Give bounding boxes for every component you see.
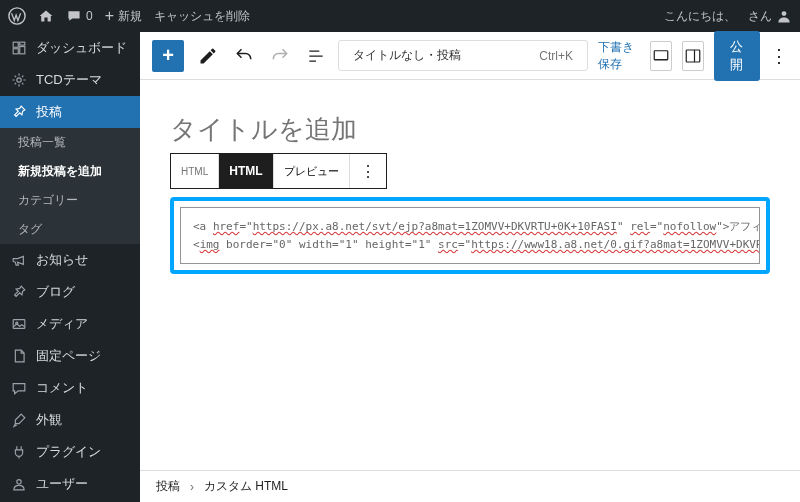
sidebar-item-9[interactable]: プラグイン (0, 436, 140, 468)
sidebar-item-label: メディア (36, 315, 88, 333)
home-icon[interactable] (38, 8, 54, 24)
breadcrumb-separator: › (190, 480, 194, 494)
toolbar-left-group: + (152, 40, 328, 72)
breadcrumb-current[interactable]: カスタム HTML (204, 478, 288, 495)
plug-icon (10, 443, 28, 461)
toolbar-right-group: 下書き保存 公開 ⋮ (598, 31, 788, 81)
sidebar-item-label: プラグイン (36, 443, 101, 461)
sidebar-item-1[interactable]: TCDテーマ (0, 64, 140, 96)
comment-icon (66, 8, 82, 24)
svg-rect-5 (13, 49, 18, 54)
comments-count[interactable]: 0 (66, 8, 93, 24)
wp-logo-icon[interactable] (8, 7, 26, 25)
editor-canvas: タイトルを追加 HTML HTML プレビュー ⋮ <a href="https… (140, 80, 800, 502)
sidebar-item-8[interactable]: 外観 (0, 404, 140, 436)
sidebar-item-4[interactable]: ブログ (0, 276, 140, 308)
comments-count-value: 0 (86, 9, 93, 23)
user-menu[interactable]: さん (748, 8, 792, 25)
sidebar-item-7[interactable]: コメント (0, 372, 140, 404)
media-icon (10, 315, 28, 333)
sidebar-item-3[interactable]: お知らせ (0, 244, 140, 276)
admin-bar: 0 + 新規 キャッシュを削除 こんにちは、 さん (0, 0, 800, 32)
submenu-item-2[interactable]: カテゴリー (0, 186, 140, 215)
svg-point-9 (17, 480, 21, 484)
svg-rect-2 (13, 42, 18, 47)
block-type-icon[interactable]: HTML (171, 154, 219, 188)
admin-sidebar: ダッシュボードTCDテーマ投稿投稿一覧新規投稿を追加カテゴリータグお知らせブログ… (0, 32, 140, 502)
page-icon (10, 347, 28, 365)
breadcrumb-root[interactable]: 投稿 (156, 478, 180, 495)
submenu-item-1[interactable]: 新規投稿を追加 (0, 157, 140, 186)
sidebar-item-2[interactable]: 投稿 (0, 96, 140, 128)
avatar-icon (776, 8, 792, 24)
sidebar-item-5[interactable]: メディア (0, 308, 140, 340)
sidebar-item-label: 投稿 (36, 103, 62, 121)
comment-icon (10, 379, 28, 397)
save-draft-link[interactable]: 下書き保存 (598, 39, 640, 73)
gear-icon (10, 71, 28, 89)
pin-icon (10, 283, 28, 301)
sidebar-item-label: コメント (36, 379, 88, 397)
admin-bar-left: 0 + 新規 キャッシュを削除 (8, 7, 250, 25)
sidebar-item-label: ブログ (36, 283, 75, 301)
svg-rect-14 (686, 50, 700, 62)
post-title-input[interactable]: タイトルを追加 (170, 112, 770, 147)
dashboard-icon (10, 39, 28, 57)
block-options-button[interactable]: ⋮ (350, 154, 386, 188)
block-toolbar: HTML HTML プレビュー ⋮ (170, 153, 387, 189)
document-title-pill[interactable]: タイトルなし・投稿 Ctrl+K (338, 40, 588, 71)
pin-icon (10, 103, 28, 121)
submenu-item-3[interactable]: タグ (0, 215, 140, 244)
svg-rect-4 (20, 47, 25, 54)
editor: + タイトルなし・投稿 Ctrl+K (140, 32, 800, 502)
undo-button[interactable] (232, 44, 256, 68)
settings-sidebar-button[interactable] (682, 41, 704, 71)
block-inserter-button[interactable]: + (152, 40, 184, 72)
editor-toolbar: + タイトルなし・投稿 Ctrl+K (140, 32, 800, 80)
sidebar-item-label: ユーザー (36, 475, 88, 493)
sidebar-item-label: ダッシュボード (36, 39, 127, 57)
svg-rect-3 (20, 42, 25, 45)
command-shortcut: Ctrl+K (539, 49, 573, 63)
clear-cache[interactable]: キャッシュを削除 (154, 8, 250, 25)
submenu-item-0[interactable]: 投稿一覧 (0, 128, 140, 157)
redo-button[interactable] (268, 44, 292, 68)
sidebar-item-label: お知らせ (36, 251, 88, 269)
svg-point-6 (17, 78, 21, 82)
sidebar-item-10[interactable]: ユーザー (0, 468, 140, 500)
block-breadcrumb: 投稿 › カスタム HTML (140, 470, 800, 502)
document-overview-button[interactable] (304, 44, 328, 68)
publish-button[interactable]: 公開 (714, 31, 760, 81)
sidebar-item-label: 外観 (36, 411, 62, 429)
more-options-button[interactable]: ⋮ (770, 45, 788, 67)
sidebar-item-6[interactable]: 固定ページ (0, 340, 140, 372)
svg-rect-13 (654, 50, 668, 59)
plus-icon: + (105, 7, 114, 25)
sidebar-item-label: TCDテーマ (36, 71, 102, 89)
admin-bar-right: こんにちは、 さん (664, 8, 792, 25)
custom-html-block: <a href="https://px.a8.net/svt/ejp?a8mat… (170, 197, 770, 274)
sidebar-item-0[interactable]: ダッシュボード (0, 32, 140, 64)
megaphone-icon (10, 251, 28, 269)
new-label: 新規 (118, 8, 142, 25)
svg-rect-7 (13, 320, 25, 329)
html-code-textarea[interactable]: <a href="https://px.a8.net/svt/ejp?a8mat… (180, 207, 760, 264)
user-icon (10, 475, 28, 493)
brush-icon (10, 411, 28, 429)
new-content[interactable]: + 新規 (105, 7, 142, 25)
block-html-tab[interactable]: HTML (219, 154, 273, 188)
edit-mode-icon[interactable] (196, 44, 220, 68)
document-title-text: タイトルなし・投稿 (353, 47, 461, 64)
sidebar-submenu: 投稿一覧新規投稿を追加カテゴリータグ (0, 128, 140, 244)
block-preview-tab[interactable]: プレビュー (274, 154, 350, 188)
sidebar-item-label: 固定ページ (36, 347, 101, 365)
view-button[interactable] (650, 41, 672, 71)
svg-point-1 (782, 11, 787, 16)
greeting-text: こんにちは、 (664, 8, 736, 25)
